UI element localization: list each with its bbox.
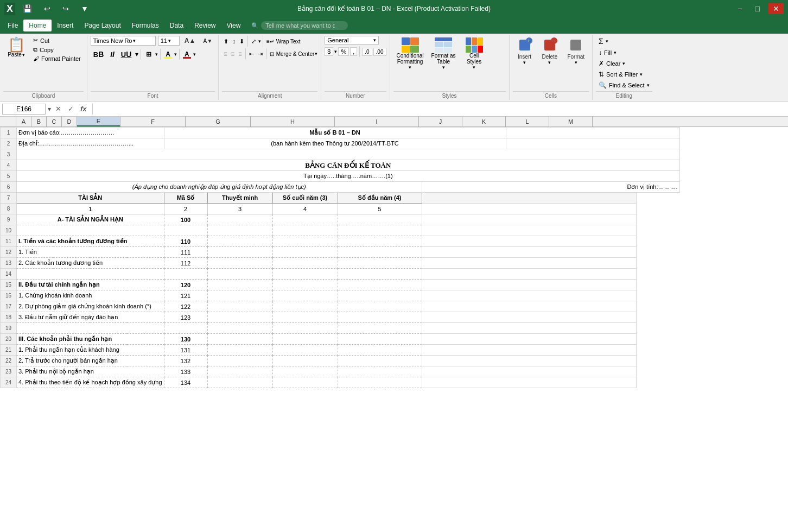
cell-r19-c5[interactable] [338,323,422,334]
cell-r1-empty[interactable] [506,128,679,138]
redo-button[interactable]: ↪ [58,3,73,14]
comma-button[interactable]: , [350,47,357,56]
col-header-h[interactable]: H [251,117,335,126]
cell-r17-col2[interactable]: 122 [164,301,207,312]
wrap-text-button[interactable]: ≡↵ [265,38,276,45]
increase-decimal-button[interactable]: .0 [362,48,372,56]
col-header-m[interactable]: M [549,117,593,126]
row-num-6[interactable]: 6 [1,182,17,193]
row-num-11[interactable]: 11 [1,236,17,247]
col-header-k[interactable]: K [462,117,506,126]
underline-arrow[interactable]: ▾ [135,50,138,58]
row-num-24[interactable]: 24 [1,377,17,388]
insert-arrow[interactable]: ▾ [523,60,526,65]
cell-r18-col5[interactable] [338,312,422,323]
close-button[interactable]: ✕ [768,3,784,14]
confirm-icon[interactable]: ✓ [66,104,76,113]
fill-color-button[interactable]: A [163,49,173,59]
row-num-18[interactable]: 18 [1,312,17,323]
cell-r8-col5[interactable]: 5 [338,204,422,214]
cell-r24-col1[interactable]: 4. Phải thu theo tiến độ kế hoạch hợp đồ… [17,377,164,388]
undo-button[interactable]: ↩ [40,3,55,14]
row-num-7[interactable]: 7 [1,193,17,204]
cell-r19-c2[interactable] [164,323,207,334]
border-arrow[interactable]: ▾ [155,52,158,57]
cell-r21-col2[interactable]: 131 [164,345,207,356]
cell-r20-col5[interactable] [338,334,422,345]
cell-r16-empty[interactable] [422,290,636,301]
cell-r20-col2[interactable]: 130 [164,334,207,345]
cell-r24-col4[interactable] [272,377,338,388]
col-header-l[interactable]: L [506,117,549,126]
cell-r17-col4[interactable] [272,301,338,312]
cell-r7-col4[interactable]: Số cuối năm (3) [272,193,338,204]
cell-r13-col3[interactable] [207,258,272,269]
cell-r1-right[interactable]: Mẫu số B 01 – DN [164,128,506,138]
copy-button[interactable]: ⧉ Copy [30,45,84,54]
row-num-1[interactable]: 1 [1,128,17,138]
cell-r12-col5[interactable] [338,247,422,258]
cell-r3-empty[interactable] [17,149,680,160]
underline-button[interactable]: U [118,49,135,60]
cell-r22-col1[interactable]: 2. Trả trước cho người bán ngắn hạn [17,356,164,366]
cell-r18-col2[interactable]: 123 [164,312,207,323]
row-num-14[interactable]: 14 [1,269,17,280]
row-num-19[interactable]: 19 [1,323,17,334]
expand-name-icon[interactable]: ▾ [48,105,51,113]
sort-filter-button[interactable]: ⇅ Sort & Filter ▾ [596,69,652,79]
find-select-arrow[interactable]: ▾ [647,83,650,88]
col-header-j[interactable]: J [419,117,462,126]
cell-r11-empty[interactable] [422,236,636,247]
clear-button[interactable]: ✗ Clear ▾ [596,59,652,68]
cell-r15-col3[interactable] [207,280,272,290]
maximize-button[interactable]: □ [751,3,764,14]
percent-button[interactable]: % [338,47,349,56]
save-button[interactable]: 💾 [18,3,36,14]
col-header-i[interactable]: I [335,117,419,126]
cell-r11-col2[interactable]: 110 [164,236,207,247]
cell-r20-col4[interactable] [272,334,338,345]
row-num-4[interactable]: 4 [1,160,17,171]
cell-r15-col4[interactable] [272,280,338,290]
cut-button[interactable]: ✂ Cut [30,36,84,45]
align-center-button[interactable]: ≡ [230,50,236,58]
merge-center-arrow[interactable]: ▾ [315,51,317,56]
row-num-10[interactable]: 10 [1,225,17,236]
cell-r7-col3[interactable]: Thuyết minh [207,193,272,204]
cell-r9-empty[interactable] [422,214,636,225]
cell-r19-c3[interactable] [207,323,272,334]
delete-button[interactable]: − Delete ▾ [538,36,562,67]
row-num-15[interactable]: 15 [1,280,17,290]
menu-view[interactable]: View [221,20,246,31]
customize-qat-button[interactable]: ▼ [77,3,93,14]
format-as-table-button[interactable]: Format asTable ▾ [428,36,459,72]
formula-input[interactable] [96,104,786,114]
cell-r18-col3[interactable] [207,312,272,323]
menu-formulas[interactable]: Formulas [126,20,164,31]
cell-r18-empty[interactable] [422,312,636,323]
cell-r5-subtitle[interactable]: Tại ngày…..tháng…..năm…….(1) [17,171,680,182]
cell-r2-right[interactable]: (ban hành kèm theo Thông tư 200/2014/TT-… [164,138,506,149]
cell-reference-box[interactable] [2,104,46,115]
menu-data[interactable]: Data [164,20,189,31]
cell-r2-left[interactable]: Địa chỉ:………………………………………... [17,138,164,149]
cell-r13-col2[interactable]: 112 [164,258,207,269]
col-header-b[interactable]: B [31,117,47,126]
cell-r8-col3[interactable]: 3 [207,204,272,214]
cell-r19-empty[interactable] [422,323,636,334]
cell-r15-col5[interactable] [338,280,422,290]
cell-r22-empty[interactable] [422,356,636,366]
cell-r6-unit[interactable]: Đơn vị tính:………. [422,182,679,193]
delete-arrow[interactable]: ▾ [548,60,551,65]
cell-r20-col3[interactable] [207,334,272,345]
border-button[interactable]: ⊞ [143,49,154,59]
cell-r13-col4[interactable] [272,258,338,269]
find-select-button[interactable]: 🔍 Find & Select ▾ [596,80,652,90]
font-color-button[interactable]: A [182,49,192,59]
align-left-button[interactable]: ≡ [222,50,228,58]
row-num-16[interactable]: 16 [1,290,17,301]
cell-r1-left[interactable]: Đơn vị báo cáo:……………………… [17,128,164,138]
decrease-decimal-button[interactable]: .00 [373,48,386,56]
sum-arrow[interactable]: ▾ [606,39,608,44]
row-num-22[interactable]: 22 [1,356,17,366]
